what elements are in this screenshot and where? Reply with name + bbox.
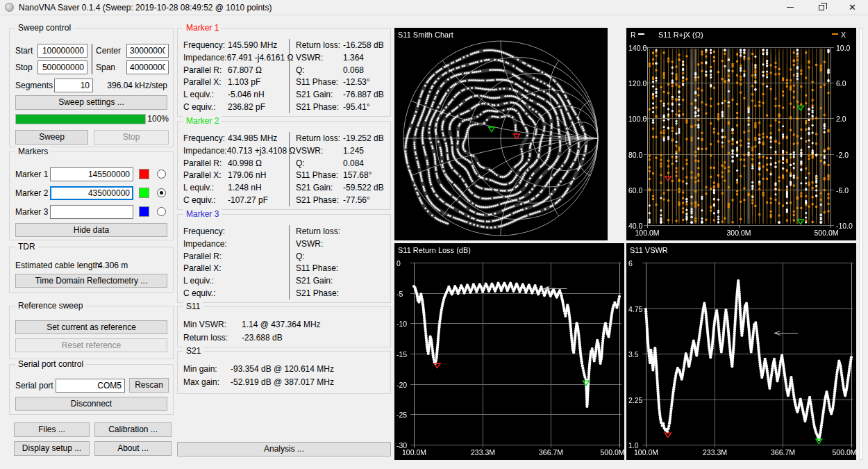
marker1-label: Marker 1 <box>15 167 48 181</box>
set-reference-button[interactable]: Set current as reference <box>15 320 167 334</box>
field-label: Parallel R: <box>183 252 228 261</box>
field-label: Frequency: <box>183 40 228 50</box>
field-label: S21 Phase: <box>296 195 343 205</box>
field-label: Parallel X: <box>183 170 228 180</box>
marker-detail-row: Frequency: <box>183 225 289 238</box>
marker-detail-row: C equiv.: <box>183 287 289 299</box>
marker-detail-row: S11 Phase: <box>296 262 387 274</box>
marker-detail-row: Impedance:40.713 +j3.4108 Ω <box>183 145 289 157</box>
sweep-divider <box>92 44 92 74</box>
marker-detail-row: Q:0.084 <box>296 157 387 170</box>
stop-label: Stop <box>15 60 33 74</box>
s11-smith-chart[interactable] <box>394 28 608 240</box>
sweep-settings-button[interactable]: Sweep settings ... <box>15 95 167 110</box>
tdr-button[interactable]: Time Domain Reflectometry ... <box>15 274 167 288</box>
sweep-button[interactable]: Sweep <box>15 130 88 145</box>
field-label: Frequency: <box>183 227 228 236</box>
field-label: Impedance: <box>183 53 227 63</box>
field-label: Parallel R: <box>183 158 228 168</box>
field-label: L equiv.: <box>183 276 228 286</box>
rescan-button[interactable]: Rescan <box>129 378 169 393</box>
field-value: 157.68° <box>343 170 387 180</box>
field-value: -16.258 dB <box>343 40 387 50</box>
field-label: Return loss: <box>296 227 343 236</box>
marker1-detail-title: Marker 1 <box>183 23 222 33</box>
marker2-color-swatch[interactable] <box>139 188 149 198</box>
app-icon <box>5 3 14 12</box>
marker1-radio[interactable] <box>157 170 166 179</box>
analysis-button[interactable]: Analysis ... <box>177 442 391 456</box>
marker3-color-swatch[interactable] <box>139 206 149 217</box>
nanovna-saver-window: { "window": {"title": "NanoVNA Saver 0.1… <box>0 0 868 469</box>
serial-port-label: Serial port <box>15 379 53 393</box>
segments-label: Segments <box>15 79 53 92</box>
start-input[interactable] <box>37 44 87 58</box>
minimize-icon <box>787 7 794 8</box>
marker-detail-row: S21 Phase:-95.41° <box>296 101 387 113</box>
s21-max-gain-row: Max gain:-52.919 dB @ 387.017 MHz <box>183 375 387 388</box>
marker3-label: Marker 3 <box>15 205 48 219</box>
minimize-button[interactable] <box>774 0 806 15</box>
field-value: -59.522 dB <box>343 183 387 192</box>
marker1-input[interactable] <box>50 167 133 181</box>
hide-data-button[interactable]: Hide data <box>15 223 167 237</box>
field-value: -77.56° <box>343 195 387 205</box>
field-value: 1.245 <box>343 146 387 156</box>
restore-button[interactable] <box>806 0 837 15</box>
s11-rjx-chart[interactable] <box>626 28 856 240</box>
restore-icon <box>819 5 824 10</box>
marker2-radio[interactable] <box>157 188 166 197</box>
reference-sweep-title: Reference sweep <box>15 301 85 311</box>
field-label: S21 Gain: <box>296 90 343 99</box>
sweep-progress-bar <box>15 114 146 124</box>
disconnect-button[interactable]: Disconnect <box>15 397 167 411</box>
serial-port-input[interactable] <box>56 379 125 393</box>
stop-input[interactable] <box>37 60 87 74</box>
field-label: Return loss: <box>183 333 242 343</box>
marker-detail-row: Parallel R:40.998 Ω <box>183 157 289 170</box>
s11-return-loss-chart[interactable] <box>394 243 624 460</box>
field-value: -95.41° <box>343 102 387 112</box>
field-value: 1.14 @ 437.364 MHz <box>242 320 321 329</box>
display-setup-button[interactable]: Display setup ... <box>14 441 90 456</box>
field-value: -93.354 dB @ 120.614 MHz <box>231 364 334 374</box>
marker1-color-swatch[interactable] <box>139 169 149 179</box>
marker3-input[interactable] <box>50 205 133 219</box>
field-value: 0.084 <box>343 158 387 168</box>
marker-detail-row: Impedance: <box>183 238 289 250</box>
span-input[interactable] <box>126 60 169 74</box>
files-button[interactable]: Files ... <box>14 422 90 437</box>
center-input[interactable] <box>126 44 169 58</box>
field-value: 1.103 pF <box>228 77 289 87</box>
marker-detail-row: S21 Phase:-77.56° <box>296 194 387 206</box>
field-value: 0.068 <box>343 65 387 75</box>
close-button[interactable]: ✕ <box>837 0 868 15</box>
marker3-radio[interactable] <box>157 207 166 216</box>
field-label: Max gain: <box>183 377 231 387</box>
field-label: S21 Phase: <box>296 102 343 112</box>
panel-splitter[interactable] <box>859 28 863 460</box>
sweep-control-group: Sweep control Start Center Stop Span Seg… <box>9 28 174 147</box>
field-value: -107.27 pF <box>228 195 289 205</box>
field-label: Parallel X: <box>183 263 228 273</box>
sweep-control-title: Sweep control <box>15 23 74 33</box>
marker-detail-row: L equiv.:-5.046 nH <box>183 88 289 101</box>
field-label: S11 Phase: <box>296 170 343 180</box>
window-controls: ✕ <box>774 0 868 15</box>
field-value: 67.807 Ω <box>228 65 289 75</box>
about-button[interactable]: About ... <box>94 441 172 456</box>
marker-detail-row: Q: <box>296 250 387 263</box>
marker-detail-row: S21 Phase: <box>296 287 387 299</box>
segments-input[interactable] <box>54 79 93 92</box>
close-icon: ✕ <box>849 3 856 12</box>
tdr-group-title: TDR <box>15 242 38 252</box>
field-label: L equiv.: <box>183 90 228 99</box>
s11-vswr-chart[interactable] <box>626 243 856 460</box>
field-value: -19.252 dB <box>343 133 387 143</box>
marker-detail-row: Return loss: <box>296 225 387 238</box>
field-label: VSWR: <box>296 53 343 63</box>
field-label: Q: <box>296 252 343 261</box>
field-label: S21 Gain: <box>296 183 343 192</box>
marker2-input[interactable] <box>50 186 133 200</box>
calibration-button[interactable]: Calibration ... <box>94 422 172 437</box>
